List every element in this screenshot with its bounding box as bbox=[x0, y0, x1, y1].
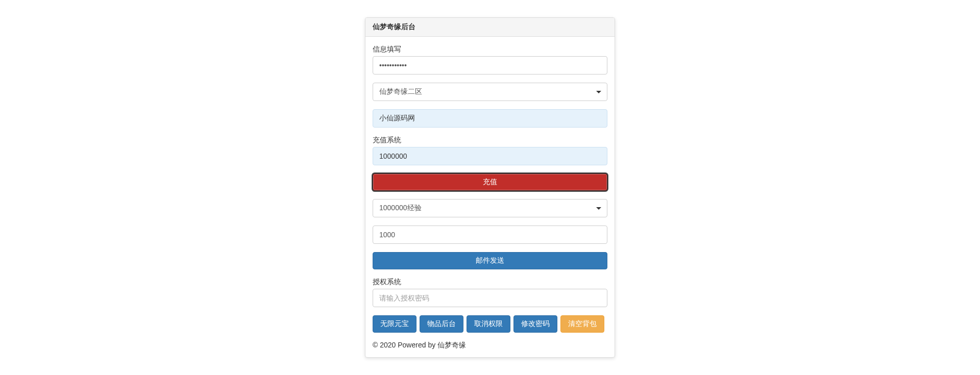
server-select[interactable] bbox=[373, 83, 607, 101]
infinite-gold-button[interactable]: 无限元宝 bbox=[373, 315, 416, 333]
mail-send-button[interactable]: 邮件发送 bbox=[373, 252, 607, 269]
auth-password-input[interactable] bbox=[373, 289, 607, 307]
mail-quantity-input[interactable] bbox=[373, 226, 607, 244]
panel-title: 仙梦奇缘后台 bbox=[365, 18, 615, 37]
item-admin-button[interactable]: 物品后台 bbox=[420, 315, 463, 333]
recharge-section-label: 充值系统 bbox=[373, 136, 607, 145]
password-input[interactable] bbox=[373, 56, 607, 74]
action-button-row: 无限元宝 物品后台 取消权限 修改密码 清空背包 bbox=[373, 315, 607, 333]
footer-text: © 2020 Powered by 仙梦奇缘 bbox=[373, 341, 607, 350]
mail-item-select[interactable] bbox=[373, 199, 607, 217]
revoke-auth-button[interactable]: 取消权限 bbox=[467, 315, 510, 333]
recharge-amount-input[interactable] bbox=[373, 147, 607, 165]
admin-panel: 仙梦奇缘后台 信息填写 充值系统 充值 bbox=[365, 17, 615, 358]
info-section-label: 信息填写 bbox=[373, 45, 607, 54]
auth-section-label: 授权系统 bbox=[373, 278, 607, 287]
user-input[interactable] bbox=[373, 109, 607, 128]
clear-bag-button[interactable]: 清空背包 bbox=[560, 315, 604, 333]
change-password-button[interactable]: 修改密码 bbox=[513, 315, 557, 333]
recharge-button[interactable]: 充值 bbox=[373, 173, 607, 191]
